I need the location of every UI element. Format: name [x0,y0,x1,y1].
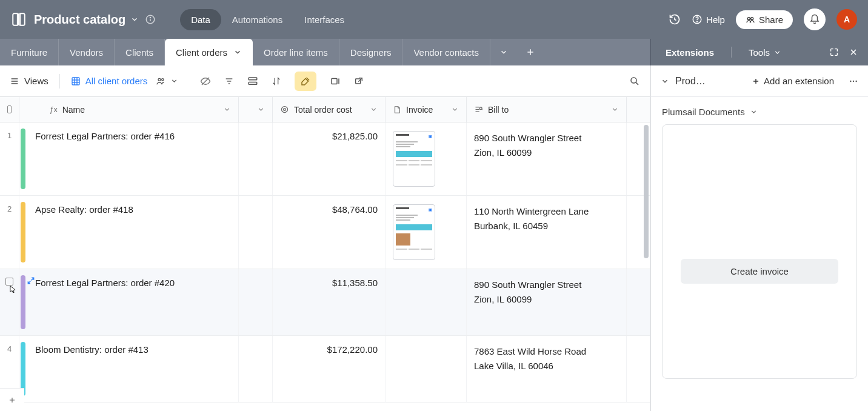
cell-spacer[interactable] [239,122,273,195]
search-icon[interactable] [629,76,640,87]
cell-cost[interactable]: $21,825.00 [273,122,386,195]
chevron-down-icon[interactable] [223,105,231,113]
more-icon[interactable] [849,76,858,86]
cell-invoice[interactable]: ▣ [386,122,467,195]
color-icon[interactable] [295,72,316,91]
select-all-checkbox[interactable] [0,97,19,122]
svg-point-5 [747,18,750,20]
tab-data[interactable]: Data [180,9,221,30]
invoice-thumbnail[interactable]: ▣ [393,204,435,260]
hide-fields-icon[interactable] [200,76,211,87]
row-number[interactable]: 2 [0,196,19,269]
collapse-icon[interactable] [661,77,669,85]
table-tab-clients[interactable]: Clients [115,39,165,65]
extension-name-dropdown[interactable]: Plumsail Documents [662,107,857,117]
add-table-button[interactable] [517,39,544,65]
table-tab-vendors[interactable]: Vendors [59,39,115,65]
panel-title[interactable]: Prod… [675,76,706,87]
column-label: Invoice [406,105,433,115]
table-tab-vendor-contacts[interactable]: Vendor contacts [402,39,490,65]
row-checkbox[interactable] [0,269,19,335]
ext-name-label: Plumsail Documents [662,107,745,117]
svg-point-15 [158,78,161,81]
cell-invoice[interactable]: ▣ [386,196,467,269]
avatar[interactable]: A [836,9,857,30]
row-number[interactable]: 1 [0,122,19,195]
table-tab-furniture[interactable]: Furniture [0,39,59,65]
formula-icon: ƒx [50,105,58,114]
column-name[interactable]: ƒx Name [19,97,239,122]
cell-invoice[interactable] [386,336,467,402]
svg-point-25 [631,78,636,83]
cell-cost[interactable]: $172,220.00 [273,336,386,402]
view-picker[interactable]: All client orders [71,76,179,86]
notifications-button[interactable] [804,8,826,30]
cell-cost[interactable]: $48,764.00 [273,196,386,269]
tab-interfaces[interactable]: Interfaces [293,9,355,30]
row-height-icon[interactable] [330,76,341,87]
cell-cost[interactable]: $11,358.50 [273,269,386,335]
main-and-panel: Views All client orders [0,65,868,411]
history-icon[interactable] [669,13,681,25]
column-invoice[interactable]: Invoice [386,97,467,122]
table-tab-designers[interactable]: Designers [339,39,403,65]
cursor-icon [8,284,17,295]
column-billto[interactable]: Bill to [467,97,627,122]
invoice-thumbnail[interactable]: ▣ [393,131,435,187]
table-tab-order-line-items[interactable]: Order line items [253,39,339,65]
cell-name[interactable]: Bloom Dentistry: order #413 [28,336,239,402]
group-icon[interactable] [247,76,258,87]
row-color-bar [21,129,25,189]
column-collapsed[interactable] [239,97,273,122]
cell-billto[interactable]: 890 South Wrangler Street Zion, IL 60099 [467,122,627,195]
expand-icon[interactable] [829,47,839,57]
table-row[interactable]: 4 Bloom Dentistry: order #413 $172,220.0… [0,336,650,403]
cell-name[interactable]: Forrest Legal Partners: order #420 [28,269,239,335]
extensions-tab[interactable]: Extensions [661,47,719,58]
bill-line-2: Burbank, IL 60459 [474,219,619,233]
filter-icon[interactable] [224,76,234,86]
share-view-icon[interactable] [354,76,364,86]
cell-spacer[interactable] [239,196,273,269]
svg-rect-10 [72,78,79,85]
base-title[interactable]: Product catalog [34,13,125,27]
cell-name[interactable]: Apse Realty: order #418 [28,196,239,269]
cell-billto[interactable]: 890 South Wrangler Street Zion, IL 60099 [467,269,627,335]
cell-spacer[interactable] [239,336,273,402]
add-row-button[interactable] [0,388,24,411]
cell-spacer[interactable] [239,269,273,335]
table-tab-client-orders[interactable]: Client orders [165,39,253,65]
add-extension-button[interactable]: Add an extension [752,76,834,86]
chevron-down-icon[interactable] [257,105,265,113]
svg-rect-22 [249,82,258,84]
info-icon[interactable] [145,14,156,25]
svg-point-4 [697,21,698,22]
chevron-down-icon[interactable] [451,105,459,113]
tables-overflow-button[interactable] [490,39,517,65]
table-row[interactable]: 1 Forrest Legal Partners: order #416 $21… [0,122,650,196]
base-chevron-icon[interactable] [130,15,139,24]
svg-point-35 [853,80,854,81]
cell-billto[interactable]: 7863 East Wild Horse Road Lake Villa, IL… [467,336,627,402]
chevron-down-icon[interactable] [370,105,378,113]
tools-tab[interactable]: Tools [744,47,786,58]
bill-line-1: 7863 East Wild Horse Road [474,344,619,359]
bill-line-2: Zion, IL 60099 [474,145,619,160]
cell-billto[interactable]: 110 North Wintergreen Lane Burbank, IL 6… [467,196,627,269]
table-row[interactable]: 2 Apse Realty: order #418 $48,764.00 ▣ 1… [0,196,650,269]
close-icon[interactable] [849,47,858,57]
row-color-bar [21,275,25,329]
sort-icon[interactable] [272,76,281,86]
book-icon [11,12,27,27]
tab-automations[interactable]: Automations [221,9,293,30]
help-button[interactable]: Help [692,14,725,25]
cell-invoice[interactable] [386,269,467,335]
expand-record-icon[interactable] [27,276,35,285]
column-cost[interactable]: Total order cost [273,97,386,122]
chevron-down-icon[interactable] [611,105,619,113]
views-button[interactable]: Views [10,76,48,86]
create-invoice-button[interactable]: Create invoice [681,259,838,284]
table-row[interactable]: Forrest Legal Partners: order #420 $11,3… [0,269,650,336]
cell-name[interactable]: Forrest Legal Partners: order #416 [28,122,239,195]
share-button[interactable]: Share [736,10,793,29]
